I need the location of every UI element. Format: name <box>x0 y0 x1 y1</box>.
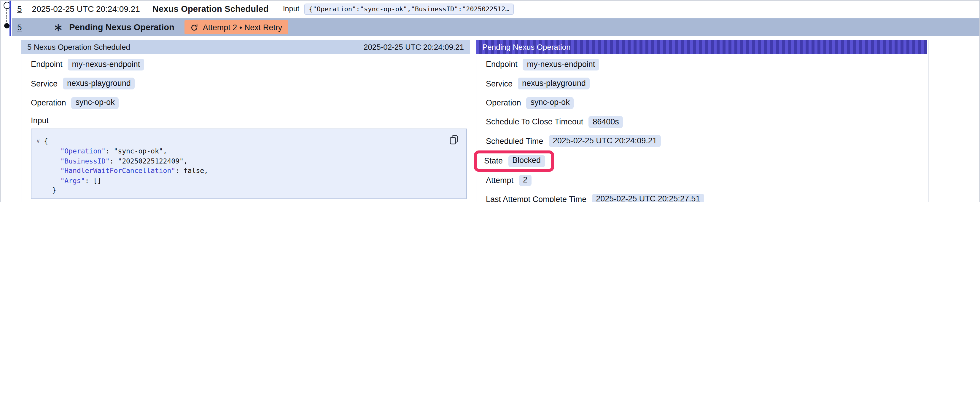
json-key: "HandlerWaitForCancellation" <box>60 167 175 175</box>
json-indent <box>44 157 60 165</box>
state-value-badge: Blocked <box>508 155 545 167</box>
field-scheduled-time: Scheduled Time 2025-02-25 UTC 20:24:09.2… <box>486 135 921 147</box>
retry-icon <box>191 24 198 31</box>
pending-nexus-operation-row[interactable]: 5 ∗ Pending Nexus Operation Attempt 2 • … <box>12 18 979 36</box>
json-value: : false, <box>175 167 208 175</box>
json-value: : [] <box>85 176 102 185</box>
json-lines: ∨{ "Operation": "sync-op-ok", "BusinessI… <box>36 136 461 195</box>
json-value: : "20250225122409", <box>110 157 188 165</box>
field-label: Endpoint <box>31 60 63 69</box>
json-indent <box>44 167 60 175</box>
event-row-nexus-operation-scheduled[interactable]: 5 2025-02-25 UTC 20:24:09.21 Nexus Opera… <box>1 2 979 16</box>
timeline-active-bar <box>10 1 11 36</box>
field-label: Attempt <box>486 176 514 185</box>
json-line: ∨{ <box>36 136 461 147</box>
pending-card-title: Pending Nexus Operation <box>482 42 571 51</box>
field-value-badge: 86400s <box>589 116 623 128</box>
json-value: : "sync-op-ok", <box>106 147 167 155</box>
pending-event-id-link[interactable]: 5 <box>17 22 22 32</box>
field-value-badge: 2025-02-25 UTC 20:24:09.21 <box>549 135 661 147</box>
field-label: State <box>484 156 503 165</box>
field-label: Endpoint <box>486 60 518 69</box>
input-json-block: ∨{ "Operation": "sync-op-ok", "BusinessI… <box>31 128 467 199</box>
field-label: Service <box>486 79 512 88</box>
field-endpoint: Endpoint my-nexus-endpoint <box>486 59 921 70</box>
input-section-label: Input <box>31 116 468 125</box>
json-key: "BusinessID" <box>60 157 110 165</box>
field-label: Service <box>31 79 57 88</box>
field-value-badge: nexus-playground <box>518 78 590 90</box>
json-key: "Operation" <box>60 147 105 155</box>
input-preview-chip[interactable]: {"Operation":"sync-op-ok","BusinessID":"… <box>304 3 514 14</box>
json-indent <box>44 186 52 194</box>
event-title: Nexus Operation Scheduled <box>153 4 269 14</box>
field-value-badge: sync-op-ok <box>72 97 119 109</box>
panel-right-edge-line <box>928 40 929 202</box>
json-indent <box>44 147 60 155</box>
field-label: Last Attempt Complete Time <box>486 195 586 202</box>
pending-card-body: Endpoint my-nexus-endpoint Service nexus… <box>476 54 927 202</box>
field-label: Operation <box>486 98 521 107</box>
retry-badge: Attempt 2 • Next Retry <box>185 20 288 34</box>
json-value: { <box>44 137 48 145</box>
field-service: Service nexus-playground <box>486 78 921 90</box>
timeline-filled-circle-icon <box>4 23 9 29</box>
scheduled-card-title: 5 Nexus Operation Scheduled <box>27 42 130 51</box>
field-value-badge: 2025-02-25 UTC 20:25:27.51 <box>592 194 704 202</box>
json-line: } <box>36 185 461 195</box>
input-label: Input <box>283 5 299 13</box>
workflow-event-history-view: 5 2025-02-25 UTC 20:24:09.21 Nexus Opera… <box>0 0 980 202</box>
event-timestamp: 2025-02-25 UTC 20:24:09.21 <box>32 4 140 14</box>
pending-nexus-operation-card: Pending Nexus Operation Endpoint my-nexu… <box>476 40 927 202</box>
pending-row-title: Pending Nexus Operation <box>69 22 174 32</box>
timeline-dashed-connector <box>6 10 6 22</box>
field-attempt: Attempt 2 <box>486 174 921 186</box>
field-operation: Operation sync-op-ok <box>486 97 921 109</box>
collapse-chevron-icon[interactable]: ∨ <box>36 136 44 146</box>
json-line: "Operation": "sync-op-ok", <box>36 147 461 156</box>
field-value-badge: my-nexus-endpoint <box>68 59 145 70</box>
field-value-badge: 2 <box>519 174 531 186</box>
scheduled-card-timestamp: 2025-02-25 UTC 20:24:09.21 <box>364 42 464 51</box>
copy-icon[interactable] <box>450 135 458 144</box>
scheduled-card-body: Endpoint my-nexus-endpoint Service nexus… <box>21 54 470 202</box>
field-operation: Operation sync-op-ok <box>31 97 468 109</box>
retry-badge-label: Attempt 2 • Next Retry <box>203 23 282 32</box>
state-annotation-box: State Blocked <box>474 150 554 171</box>
field-value-badge: nexus-playground <box>63 78 135 90</box>
json-indent <box>44 176 60 185</box>
field-label: Schedule To Close Timeout <box>486 117 583 127</box>
field-value-badge: sync-op-ok <box>527 97 574 109</box>
field-endpoint: Endpoint my-nexus-endpoint <box>31 59 468 70</box>
field-state: State Blocked <box>474 150 921 171</box>
field-label: Operation <box>31 98 66 107</box>
json-key: "Args" <box>60 176 85 185</box>
json-line: "HandlerWaitForCancellation": false, <box>36 166 461 176</box>
nexus-operation-scheduled-card: 5 Nexus Operation Scheduled 2025-02-25 U… <box>21 40 470 202</box>
json-value: } <box>52 186 56 194</box>
pending-asterisk-icon: ∗ <box>53 21 64 33</box>
event-detail-panels: 5 Nexus Operation Scheduled 2025-02-25 U… <box>21 40 979 202</box>
field-schedule-to-close-timeout: Schedule To Close Timeout 86400s <box>486 116 921 128</box>
field-value-badge: my-nexus-endpoint <box>523 59 600 70</box>
field-last-attempt-complete-time: Last Attempt Complete Time 2025-02-25 UT… <box>486 194 921 202</box>
field-service: Service nexus-playground <box>31 78 468 90</box>
json-line: "Args": [] <box>36 176 461 185</box>
pending-card-header: Pending Nexus Operation <box>476 40 927 54</box>
event-id-link[interactable]: 5 <box>17 4 22 14</box>
field-label: Scheduled Time <box>486 137 543 146</box>
scheduled-card-header: 5 Nexus Operation Scheduled 2025-02-25 U… <box>21 40 470 54</box>
json-line: "BusinessID": "20250225122409", <box>36 156 461 166</box>
